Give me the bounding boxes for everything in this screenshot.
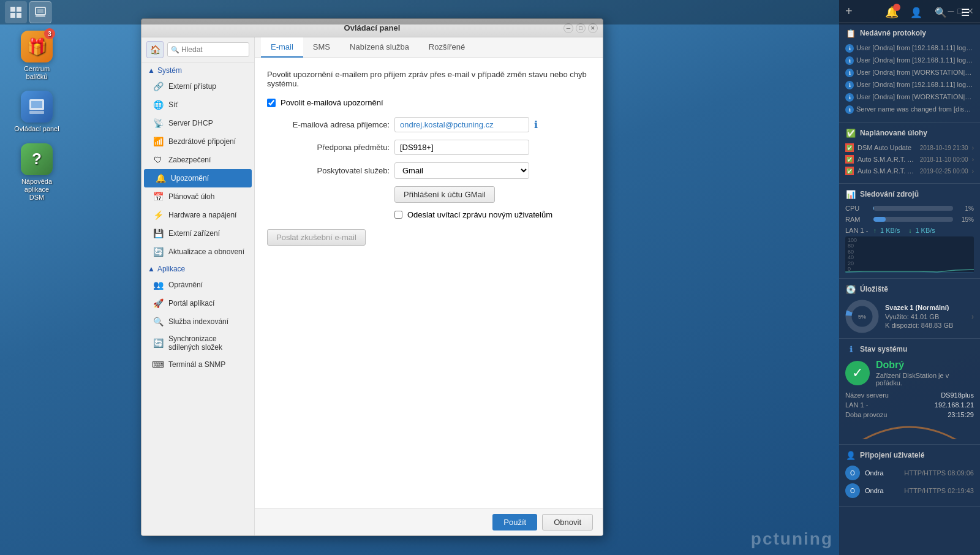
status-good-label: Dobrý	[876, 360, 974, 371]
enable-email-checkbox[interactable]	[267, 99, 276, 107]
sidebar-item-dhcp[interactable]: 📡 Server DHCP	[141, 114, 254, 132]
log-dot-icon: ℹ	[845, 56, 854, 65]
notification-taskbar-icon[interactable]: 🔔	[882, 2, 902, 22]
desktop-icon-control-panel[interactable]: Ovládací panel	[12, 91, 61, 133]
tab-sms[interactable]: SMS	[303, 37, 340, 58]
status-text: Dobrý Zařízení DiskStation je v pořádku.	[876, 360, 974, 387]
section-system-label: Systém	[157, 66, 182, 75]
user-connection-row: O Ondra HTTP/HTTPS 08:09:06	[845, 466, 974, 480]
sidebar-item-permissions[interactable]: 👥 Oprávnění	[141, 276, 254, 294]
lan-info-label: LAN 1 -	[845, 401, 868, 409]
rp-storage-section: 💽 Úložiště 5% Svazek 1 (Normální) Využit…	[839, 279, 980, 339]
sidebar-item-label: Aktualizace a obnovení	[168, 247, 244, 256]
desktop-icon-packages[interactable]: 🎁 3 Centrumbalíčků	[12, 31, 61, 81]
sidebar-item-label: Externí zařízení	[168, 229, 220, 238]
cp-description: Povolit upozornění e-mailem pro příjem z…	[267, 70, 590, 88]
right-panel: + ─ □ ✕ 📋 Nedávné protokoly ℹ User [Ondr…	[839, 0, 980, 555]
help-label: Nápověda aplikaceDSM	[12, 178, 61, 202]
task-scheduler-icon: 📅	[153, 191, 164, 202]
server-name-value: DS918plus	[941, 391, 974, 399]
status-detail: Zařízení DiskStation je v pořádku.	[876, 372, 974, 387]
sidebar-item-app-portal[interactable]: 🚀 Portál aplikací	[141, 294, 254, 312]
sidebar-item-updates[interactable]: 🔄 Aktualizace a obnovení	[141, 243, 254, 261]
sidebar-item-wireless[interactable]: 📶 Bezdrátové připojení	[141, 132, 254, 151]
sidebar-section-apps[interactable]: ▲ Aplikace	[141, 261, 254, 276]
task-expand-icon[interactable]: ›	[972, 156, 974, 163]
log-dot-icon: ℹ	[845, 81, 854, 89]
sidebar-search-input[interactable]	[167, 42, 249, 57]
enable-email-row: Povolit e-mailová upozornění	[267, 98, 590, 107]
rp-scheduled-tasks-section: ✅ Naplánované úlohy ✅ DSM Auto Update 20…	[839, 123, 980, 184]
email-info-icon[interactable]: ℹ	[534, 119, 538, 130]
tab-offered-service[interactable]: Nabízená služba	[340, 37, 419, 58]
task-expand-icon[interactable]: ›	[972, 168, 974, 175]
server-name-row: Název serveru DS918plus	[845, 391, 974, 399]
log-item: ℹ User [Ondra] from [WORKSTATION|192.16.…	[845, 92, 974, 102]
subject-prefix-input[interactable]	[394, 140, 529, 155]
provider-select[interactable]: Gmail Yahoo Custom	[394, 162, 529, 179]
apply-btn[interactable]: Použít	[492, 514, 537, 530]
desktop-icon-dsm-help[interactable]: ? Nápověda aplikaceDSM	[12, 143, 61, 202]
desktop-icons-area: 🎁 3 Centrumbalíčků Ovládací panel ? Nápo…	[12, 31, 61, 202]
volume-name: Svazek 1 (Normální)	[885, 304, 953, 311]
sidebar-item-external-devices[interactable]: 💾 Externí zařízení	[141, 224, 254, 243]
sidebar-item-label: Externí přístup	[168, 82, 216, 91]
permissions-icon: 👥	[153, 279, 164, 290]
sidebar-item-network[interactable]: 🌐 Síť	[141, 96, 254, 114]
svg-rect-5	[36, 15, 45, 17]
subject-prefix-label: Předpona předmětu:	[279, 143, 390, 152]
logs-icon: 📋	[845, 28, 856, 39]
ram-bar-container	[873, 217, 953, 222]
sidebar-item-notifications[interactable]: 🔔 Upozornění	[144, 169, 252, 187]
sidebar-section-system[interactable]: ▲ Systém	[141, 62, 254, 77]
sidebar-item-indexing[interactable]: 🔍 Služba indexování	[141, 312, 254, 331]
cp-label: Ovládací panel	[14, 125, 59, 133]
tab-email[interactable]: E-mail	[261, 37, 303, 58]
sidebar-item-external-access[interactable]: 🔗 Externí přístup	[141, 77, 254, 96]
sidebar-item-label: Zabezpečení	[168, 156, 211, 164]
storage-expand-icon[interactable]: ›	[971, 312, 974, 321]
sidebar-home-btn[interactable]: 🏠	[146, 41, 164, 58]
external-access-icon: 🔗	[153, 81, 164, 92]
section-system-chevron: ▲	[148, 66, 155, 75]
task-expand-icon[interactable]: ›	[972, 145, 974, 151]
tab-advanced[interactable]: Rozšířené	[419, 37, 475, 58]
sidebar-item-label: Služba indexování	[168, 317, 228, 326]
menu-taskbar-icon[interactable]: ☰	[956, 2, 975, 22]
user-taskbar-icon[interactable]: 👤	[907, 2, 926, 22]
storage-row: 5% Svazek 1 (Normální) Využito: 41.01 GB…	[845, 300, 974, 333]
user-connection-row: O Ondra HTTP/HTTPS 02:19:43	[845, 483, 974, 498]
rp-recent-logs-section: 📋 Nedávné protokoly ℹ User [Ondra] from …	[839, 23, 980, 123]
email-input[interactable]	[394, 117, 529, 132]
resource-chart: 100 80 60 40 20 0	[845, 236, 974, 273]
sidebar-item-security[interactable]: 🛡 Zabezpečení	[141, 151, 254, 169]
gmail-login-btn[interactable]: Přihlášení k účtu GMail	[394, 186, 495, 203]
user-proto: HTTP/HTTPS 02:19:43	[904, 487, 974, 494]
cp-title: Ovládací panel	[344, 23, 401, 32]
terminal-icon: ⌨	[153, 359, 164, 370]
sidebar-item-hardware[interactable]: ⚡ Hardware a napájení	[141, 206, 254, 224]
send-test-email-btn[interactable]: Poslat zkušební e-mail	[267, 229, 366, 246]
user-avatar: O	[845, 466, 860, 480]
cp-taskbar-app[interactable]	[29, 1, 51, 23]
lan-up-value: 1 KB/s	[880, 227, 900, 234]
search-taskbar-icon[interactable]: 🔍	[931, 2, 951, 22]
welcome-msg-checkbox[interactable]	[394, 211, 402, 219]
reset-btn[interactable]: Obnovit	[542, 514, 593, 530]
cp-footer: Použít Obnovit	[255, 508, 603, 535]
sidebar-item-terminal[interactable]: ⌨ Terminál a SNMP	[141, 355, 254, 374]
cp-tab-content: Povolit upozornění e-mailem pro příjem z…	[255, 58, 603, 508]
sidebar-item-label: Upozornění	[171, 174, 209, 183]
dhcp-icon: 📡	[153, 118, 164, 129]
cp-main-content: E-mail SMS Nabízená služba Rozšířené Pov…	[255, 37, 603, 535]
sidebar-item-task-scheduler[interactable]: 📅 Plánovač úloh	[141, 187, 254, 206]
lan-down-value: 1 KB/s	[915, 227, 935, 234]
rp-resource-monitor-section: 📊 Sledování zdrojů CPU 1% RAM 15% LAN 1 …	[839, 184, 980, 279]
storage-info: Svazek 1 (Normální) Využito: 41.01 GB K …	[885, 304, 953, 329]
svg-rect-9	[31, 101, 42, 108]
lan-down-arrow: ↓	[908, 227, 911, 234]
cpu-value: 1%	[957, 205, 974, 212]
grid-app-icon[interactable]	[5, 1, 27, 23]
uptime-row: Doba provozu 23:15:29	[845, 411, 974, 418]
sidebar-item-sync-folders[interactable]: 🔄 Synchronizace sdílených složek	[141, 331, 254, 355]
